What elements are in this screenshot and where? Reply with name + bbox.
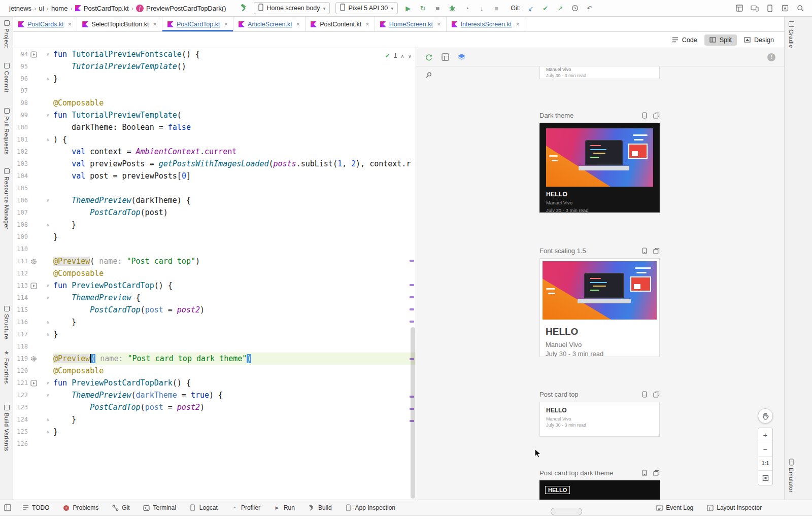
line-number[interactable]: 126: [13, 438, 28, 450]
profiler-icon[interactable]: ◔: [462, 5, 471, 12]
sidebar-item-favorites[interactable]: ★Favorites: [4, 349, 10, 384]
run-icon[interactable]: ▶: [403, 5, 413, 12]
deploy-preview-icon[interactable]: [653, 247, 660, 254]
line-number[interactable]: 94: [13, 48, 28, 60]
sdk-manager-icon[interactable]: [781, 4, 790, 13]
sidebar-item-build-variants[interactable]: Build Variants: [4, 404, 10, 451]
line-number[interactable]: 96: [13, 73, 28, 85]
fold-marker[interactable]: ∧: [39, 133, 53, 146]
close-icon[interactable]: ×: [437, 20, 441, 28]
sidebar-item-pull-requests[interactable]: Pull Requests: [4, 108, 10, 155]
line-number[interactable]: 121: [13, 377, 28, 389]
line-number[interactable]: 119: [13, 353, 28, 365]
interactive-preview-icon[interactable]: [641, 391, 648, 398]
tab-postcards-kt[interactable]: PostCards.kt×: [13, 17, 77, 31]
tab-postcardtop-kt[interactable]: PostCardTop.kt×: [162, 17, 233, 31]
close-icon[interactable]: ×: [296, 20, 300, 28]
line-number[interactable]: 110: [13, 243, 28, 255]
code-line[interactable]: 121∨fun PreviewPostCardTopDark() {: [13, 377, 416, 389]
status-item-terminal[interactable]: Terminal: [136, 500, 182, 515]
status-item-problems[interactable]: !Problems: [56, 500, 105, 515]
status-item-eventlog[interactable]: Event Log: [649, 504, 700, 511]
code-line[interactable]: 124∧ }: [13, 413, 416, 426]
fold-marker[interactable]: ∨: [39, 109, 53, 121]
zoom-out-button[interactable]: −: [758, 442, 772, 457]
line-number[interactable]: 112: [13, 267, 28, 279]
sidebar-item-resource-manager[interactable]: Resource Manager: [4, 168, 10, 229]
line-number[interactable]: 125: [13, 426, 28, 438]
close-icon[interactable]: ×: [224, 20, 228, 28]
line-number[interactable]: 116: [13, 316, 28, 328]
close-icon[interactable]: ×: [153, 20, 157, 28]
fold-marker[interactable]: ∧: [39, 328, 53, 340]
tab-selecttopicbutton-kt[interactable]: SelectTopicButton.kt×: [77, 17, 162, 31]
line-number[interactable]: 117: [13, 328, 28, 340]
editor-scrollbar[interactable]: [411, 327, 415, 499]
close-icon[interactable]: ×: [365, 20, 369, 28]
run-preview-gutter-icon[interactable]: [28, 279, 39, 292]
line-number[interactable]: 97: [13, 85, 28, 97]
code-line[interactable]: 123 PostCardTop(post = post2): [13, 401, 416, 413]
deploy-preview-icon[interactable]: [653, 112, 660, 119]
zoom-actual-button[interactable]: 1:1: [758, 457, 772, 471]
code-line[interactable]: 107 PostCardTop(post): [13, 206, 416, 219]
fold-marker[interactable]: ∨: [39, 389, 53, 401]
line-number[interactable]: 107: [13, 206, 28, 219]
line-number[interactable]: 113: [13, 279, 28, 292]
view-mode-split[interactable]: Split: [704, 34, 737, 46]
breadcrumb-item[interactable]: PostCardTop.kt: [75, 5, 129, 12]
code-line[interactable]: 98@Composable: [13, 97, 416, 109]
status-item-run[interactable]: ▶Run: [267, 500, 301, 515]
line-number[interactable]: 100: [13, 121, 28, 133]
line-number[interactable]: 99: [13, 109, 28, 121]
code-line[interactable]: 118: [13, 340, 416, 353]
tab-postcontent-kt[interactable]: PostContent.kt×: [306, 17, 375, 31]
pin-icon[interactable]: [425, 72, 432, 80]
code-line[interactable]: 99∨fun TutorialPreviewTemplate(: [13, 109, 416, 121]
sidebar-item-emulator[interactable]: Emulator: [788, 459, 795, 493]
rollback-icon[interactable]: ↶: [585, 5, 594, 12]
next-problem-icon[interactable]: ∨: [408, 53, 412, 59]
interactive-preview-icon[interactable]: [641, 247, 648, 254]
view-mode-code[interactable]: Code: [667, 34, 702, 46]
line-number[interactable]: 109: [13, 231, 28, 243]
code-line[interactable]: 109}: [13, 231, 416, 243]
layers-icon[interactable]: [457, 53, 466, 62]
code-line[interactable]: 110: [13, 243, 416, 255]
code-line[interactable]: 104 val post = previewPosts[0]: [13, 170, 416, 182]
fold-marker[interactable]: ∨: [39, 377, 53, 389]
fold-marker[interactable]: ∧: [39, 219, 53, 231]
tab-interestsscreen-kt[interactable]: InterestsScreen.kt×: [447, 17, 525, 31]
line-number[interactable]: 111: [13, 255, 28, 267]
fold-marker[interactable]: ∧: [39, 426, 53, 438]
preview-card[interactable]: HELLOManuel VivoJuly 30 - 3 min read: [539, 258, 660, 357]
line-number[interactable]: 124: [13, 413, 28, 426]
line-number[interactable]: 123: [13, 401, 28, 413]
floating-button[interactable]: [551, 508, 582, 515]
tab-articlescreen-kt[interactable]: ArticleScreen.kt×: [233, 17, 306, 31]
deploy-preview-icon[interactable]: [653, 391, 660, 398]
breadcrumb-item[interactable]: ui: [39, 5, 44, 12]
status-item-layoutinspector[interactable]: Layout Inspector: [700, 504, 768, 511]
line-number[interactable]: 98: [13, 97, 28, 109]
line-number[interactable]: 102: [13, 146, 28, 158]
code-line[interactable]: 108∧ }: [13, 219, 416, 231]
sidebar-item-gradle[interactable]: Gradle: [788, 21, 795, 48]
prev-problem-icon[interactable]: ∧: [400, 53, 404, 59]
code-line[interactable]: 97: [13, 85, 416, 97]
search-icon[interactable]: [796, 4, 805, 13]
git-update-icon[interactable]: ↙: [526, 5, 535, 12]
line-number[interactable]: 108: [13, 219, 28, 231]
code-line[interactable]: 103 val previewPosts = getPostsWithImage…: [13, 158, 416, 170]
preview-card[interactable]: HELLO: [539, 480, 660, 500]
run-preview-gutter-icon[interactable]: [28, 48, 39, 60]
attach-debugger-icon[interactable]: ↓: [477, 5, 486, 12]
line-number[interactable]: 122: [13, 389, 28, 401]
code-line[interactable]: 96∧}: [13, 73, 416, 85]
interactive-preview-icon[interactable]: [641, 112, 648, 119]
line-number[interactable]: 115: [13, 304, 28, 316]
code-line[interactable]: 116∧ }: [13, 316, 416, 328]
code-line[interactable]: 114∨ ThemedPreview {: [13, 292, 416, 304]
run-with-coverage-icon[interactable]: ≡: [433, 5, 442, 12]
device-select[interactable]: Pixel 5 API 30 ▾: [335, 2, 398, 14]
